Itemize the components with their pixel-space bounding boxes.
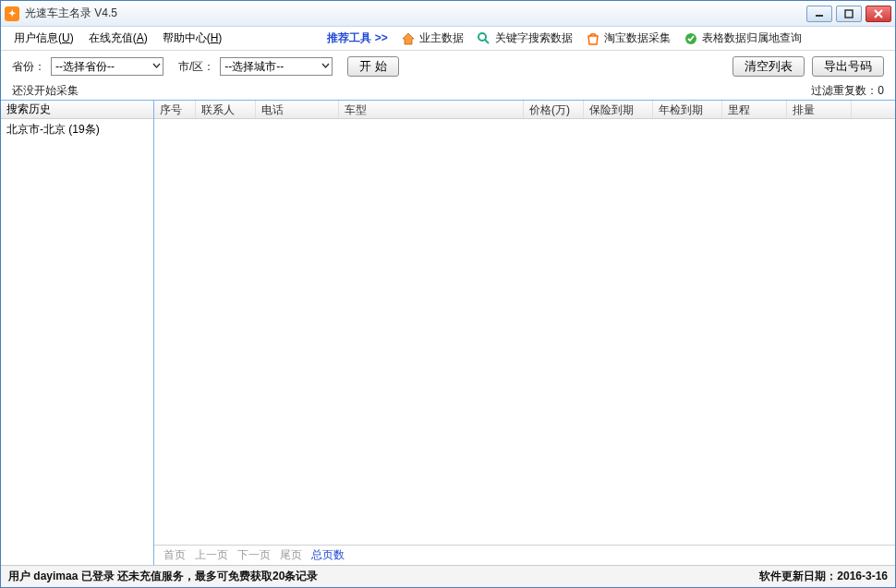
- house-icon: [401, 31, 416, 46]
- svg-rect-1: [845, 10, 853, 18]
- province-label: 省份：: [12, 59, 45, 75]
- column-header[interactable]: 排量: [787, 101, 852, 118]
- pager-total[interactable]: 总页数: [311, 547, 345, 563]
- owner-data-link[interactable]: 业主数据: [401, 30, 464, 46]
- update-date-text: 软件更新日期：2016-3-16: [759, 569, 888, 584]
- search-icon: [477, 31, 491, 46]
- column-header[interactable]: 联系人: [196, 101, 256, 118]
- pager-last[interactable]: 尾页: [280, 547, 302, 563]
- keyword-search-link[interactable]: 关键字搜索数据: [477, 30, 573, 46]
- pager-first[interactable]: 首页: [163, 547, 186, 563]
- minimize-button[interactable]: [806, 6, 832, 22]
- dup-filter-text: 过滤重复数：0: [811, 83, 884, 99]
- app-icon: ✦: [5, 6, 19, 21]
- city-select[interactable]: --选择城市--: [220, 57, 333, 76]
- start-button[interactable]: 开 始: [347, 56, 399, 77]
- search-history-list: 北京市-北京 (19条): [1, 119, 153, 565]
- maximize-button[interactable]: [836, 6, 862, 22]
- sheet-icon: [684, 31, 698, 46]
- toolbar-links: 推荐工具 >> 业主数据 关键字搜索数据 淘宝数据采集 表格数据归属地查询: [327, 30, 801, 46]
- chevron-down-icon: [321, 60, 330, 73]
- svg-line-5: [485, 40, 489, 43]
- login-status-text: 用户 dayimaa 已登录 还未充值服务，最多可免费获取20条记录: [8, 569, 318, 584]
- export-numbers-button[interactable]: 导出号码: [812, 56, 884, 77]
- window-controls: [806, 6, 891, 22]
- titlebar: ✦ 光速车主名录 V4.5: [1, 1, 895, 27]
- chevron-down-icon: [152, 60, 161, 73]
- grid-body: [154, 119, 895, 545]
- province-value: --选择省份--: [52, 59, 163, 75]
- province-select[interactable]: --选择省份--: [51, 57, 163, 76]
- taobao-data-link[interactable]: 淘宝数据采集: [586, 30, 671, 46]
- sidebar: 搜索历史 北京市-北京 (19条): [1, 101, 154, 565]
- column-header[interactable]: 年检到期: [653, 101, 722, 118]
- column-header[interactable]: 电话: [256, 101, 339, 118]
- pager-next[interactable]: 下一页: [237, 547, 271, 563]
- recommend-tools-link[interactable]: 推荐工具 >>: [327, 30, 387, 46]
- column-header[interactable]: 价格(万): [524, 101, 584, 118]
- grid-header: 序号联系人电话车型价格(万)保险到期年检到期里程排量: [154, 101, 895, 119]
- menubar: 用户信息(U) 在线充值(A) 帮助中心(H) 推荐工具 >> 业主数据 关键字…: [1, 27, 895, 51]
- filter-bar: 省份： --选择省份-- 市/区： --选择城市-- 开 始 清空列表 导出号码: [1, 51, 895, 82]
- status-row: 还没开始采集 过滤重复数：0: [1, 82, 895, 101]
- main-panel: 序号联系人电话车型价格(万)保险到期年检到期里程排量 首页 上一页 下一页 尾页…: [154, 101, 895, 565]
- menu-recharge[interactable]: 在线充值(A): [83, 28, 153, 49]
- close-button[interactable]: [866, 6, 891, 22]
- sidebar-header: 搜索历史: [1, 101, 153, 119]
- collect-status-text: 还没开始采集: [12, 83, 79, 99]
- content-area: 搜索历史 北京市-北京 (19条) 序号联系人电话车型价格(万)保险到期年检到期…: [1, 101, 895, 565]
- column-header[interactable]: 保险到期: [584, 101, 653, 118]
- window: ✦ 光速车主名录 V4.5 用户信息(U) 在线充值(A) 帮助中心(H) 推荐…: [0, 0, 896, 588]
- city-label: 市/区：: [178, 59, 214, 75]
- window-title: 光速车主名录 V4.5: [25, 6, 806, 21]
- sidebar-item[interactable]: 北京市-北京 (19条): [1, 119, 153, 140]
- clear-list-button[interactable]: 清空列表: [733, 56, 805, 77]
- menu-help[interactable]: 帮助中心(H): [157, 28, 228, 49]
- column-header[interactable]: 里程: [722, 101, 787, 118]
- column-header[interactable]: 序号: [154, 101, 196, 118]
- bag-icon: [586, 31, 600, 46]
- city-value: --选择城市--: [221, 59, 332, 75]
- svg-point-4: [478, 33, 486, 41]
- pager: 首页 上一页 下一页 尾页 总页数: [154, 545, 895, 565]
- bottom-bar: 用户 dayimaa 已登录 还未充值服务，最多可免费获取20条记录 软件更新日…: [1, 565, 895, 587]
- menu-user-info[interactable]: 用户信息(U): [8, 28, 79, 49]
- sheet-lookup-link[interactable]: 表格数据归属地查询: [684, 30, 802, 46]
- column-header[interactable]: 车型: [339, 101, 524, 118]
- pager-prev[interactable]: 上一页: [195, 547, 228, 563]
